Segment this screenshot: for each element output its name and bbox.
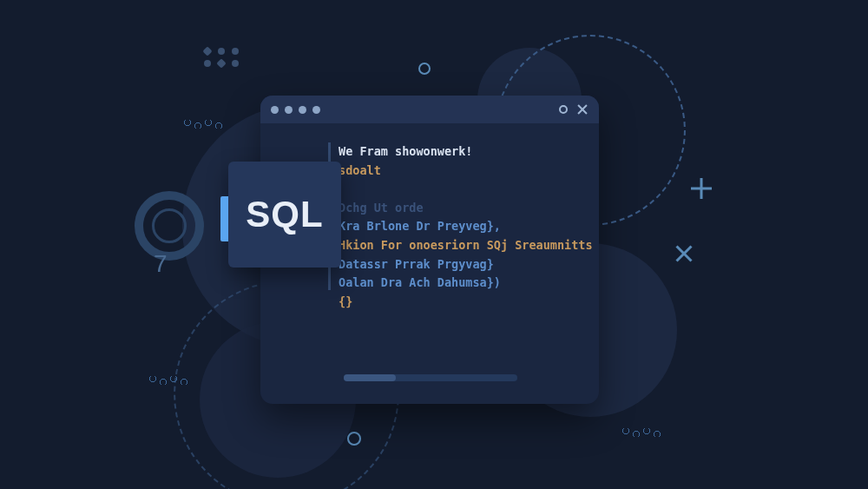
code-line: Dchg Ut orde (339, 199, 582, 218)
code-line: {} (339, 293, 582, 312)
scrollbar-thumb[interactable] (344, 374, 396, 381)
code-line: Datassr Prrak Prgyvag} (339, 255, 582, 274)
wave-icon (621, 428, 664, 437)
glyph-seven: 7 (154, 250, 168, 278)
window-dot-icon (299, 106, 306, 114)
code-line: Oalan Dra Ach Dahumsa}) (339, 274, 582, 293)
dot-grid-icon (204, 48, 240, 67)
window-dot-icon (312, 106, 320, 114)
code-line: sdoalt (339, 162, 582, 181)
accent-tab (220, 196, 228, 241)
traffic-lights (271, 106, 320, 114)
horizontal-scrollbar[interactable] (344, 374, 517, 381)
code-line: Hkion For onoesriorn SQj Sreaumnitts (339, 236, 582, 255)
small-circle-icon (418, 63, 431, 75)
close-icon[interactable] (576, 103, 589, 116)
code-line: Kra Brlone Dr Preyveg}, (339, 217, 582, 236)
sql-label: SQL (246, 194, 323, 235)
code-line: We Fram showonwerk! (339, 142, 582, 162)
plus-icon (691, 178, 712, 199)
small-circle-icon (347, 432, 361, 446)
window-dot-icon (271, 106, 279, 114)
wave-icon (148, 376, 191, 385)
code-line (339, 180, 582, 199)
x-icon (674, 243, 694, 264)
minimize-icon[interactable] (559, 105, 568, 114)
ring-icon (135, 191, 204, 261)
sql-badge: SQL (228, 162, 341, 268)
window-dot-icon (285, 106, 293, 114)
window-titlebar (260, 96, 599, 123)
wave-icon (182, 120, 226, 129)
